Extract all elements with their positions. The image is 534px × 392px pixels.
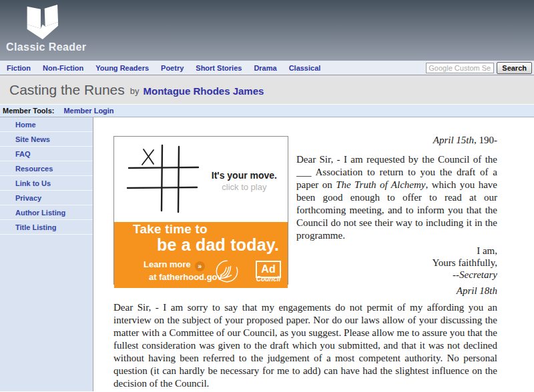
ad-teaser-subtitle: click to play: [212, 182, 277, 192]
hhs-logo-icon: [214, 259, 240, 284]
sidebar-item-title-listing[interactable]: Title Listing: [0, 220, 93, 235]
member-login-link[interactable]: Member Login: [63, 107, 113, 115]
tic-tac-toe-icon: [123, 143, 204, 214]
sidebar-item-resources[interactable]: Resources: [0, 161, 93, 176]
nav-links: Fiction Non-Fiction Young Readers Poetry…: [7, 64, 320, 72]
ad-headline-line1: Take time to: [133, 222, 288, 237]
sidebar-item-site-news[interactable]: Site News: [0, 132, 93, 147]
ad-cta-url: at fatherhood.gov: [149, 272, 222, 282]
member-tools-label: Member Tools:: [3, 107, 54, 115]
ad-teaser: It's your move. click to play: [212, 170, 277, 192]
sidebar-item-author-listing[interactable]: Author Listing: [0, 205, 93, 220]
member-tools-bar: Member Tools: Member Login: [0, 105, 534, 117]
main-content: It's your move. click to play Take time …: [93, 117, 534, 391]
nav-link-classical[interactable]: Classical: [289, 64, 321, 72]
arrow-circle-icon: »: [195, 261, 205, 271]
sidebar-item-faq[interactable]: FAQ: [0, 147, 93, 161]
by-label: by: [130, 86, 140, 96]
ad-council-logo: Ad Council: [256, 261, 281, 283]
brand-name: Classic Reader: [6, 41, 86, 53]
main-navbar: Fiction Non-Fiction Young Readers Poetry…: [0, 61, 534, 75]
search-area: Search: [426, 62, 532, 74]
author-link[interactable]: Montague Rhodes James: [144, 85, 264, 97]
site-header: Classic Reader: [0, 0, 534, 61]
sidebar: Home Site News FAQ Resources Link to Us …: [0, 117, 93, 391]
nav-link-non-fiction[interactable]: Non-Fiction: [43, 64, 83, 72]
nav-link-drama[interactable]: Drama: [254, 64, 276, 72]
ad-cta-label: Learn more: [144, 259, 191, 269]
sidebar-item-link-to-us[interactable]: Link to Us: [0, 176, 93, 191]
ad-cta: Learn more» at fatherhood.gov: [144, 259, 222, 282]
content-row: Home Site News FAQ Resources Link to Us …: [0, 117, 534, 391]
search-button[interactable]: Search: [497, 62, 532, 74]
page: Classic Reader Fiction Non-Fiction Young…: [0, 0, 534, 392]
title-bar: Casting the Runes by Montague Rhodes Jam…: [0, 75, 534, 105]
ad-teaser-title: It's your move.: [212, 170, 277, 181]
nav-link-short-stories[interactable]: Short Stories: [196, 64, 242, 72]
search-input[interactable]: [426, 63, 494, 73]
ad-headline-line2: be a dad today.: [157, 235, 288, 255]
sidebar-item-privacy[interactable]: Privacy: [0, 191, 93, 205]
ad-top-panel: It's your move. click to play: [114, 137, 288, 218]
ad-bottom-panel: Take time to be a dad today. Learn more»…: [114, 222, 288, 288]
ad-council-bottom: Council: [256, 275, 281, 283]
sidebar-item-home[interactable]: Home: [0, 117, 93, 132]
nav-link-poetry[interactable]: Poetry: [161, 64, 184, 72]
book-logo-icon[interactable]: [18, 3, 61, 41]
nav-link-fiction[interactable]: Fiction: [7, 64, 31, 72]
nav-link-young-readers[interactable]: Young Readers: [95, 64, 149, 72]
advertisement-banner[interactable]: It's your move. click to play Take time …: [113, 136, 288, 285]
letter-paragraph-2: Dear Sir, - I am sorry to say that my en…: [113, 297, 497, 390]
page-title: Casting the Runes: [9, 82, 125, 98]
